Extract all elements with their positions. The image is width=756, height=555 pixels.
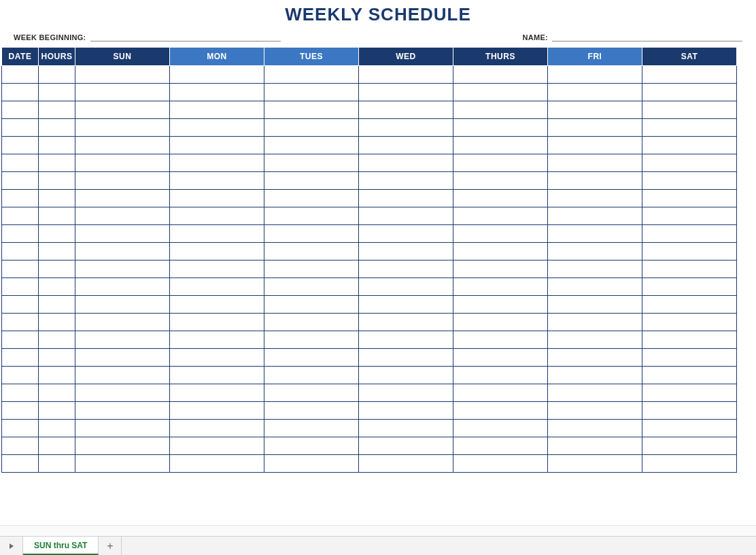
cell[interactable]	[264, 66, 359, 84]
cell[interactable]	[548, 314, 642, 331]
cell[interactable]	[264, 331, 359, 349]
cell[interactable]	[75, 420, 170, 437]
cell[interactable]	[39, 137, 75, 154]
cell[interactable]	[453, 278, 548, 296]
cell[interactable]	[548, 119, 642, 137]
cell[interactable]	[170, 154, 264, 172]
table-row[interactable]	[2, 314, 737, 331]
cell[interactable]	[264, 119, 359, 137]
cell[interactable]	[548, 101, 642, 119]
cell[interactable]	[453, 225, 548, 243]
table-row[interactable]	[2, 101, 737, 119]
cell[interactable]	[170, 455, 264, 473]
cell[interactable]	[75, 66, 170, 84]
cell[interactable]	[642, 455, 737, 473]
cell[interactable]	[75, 137, 170, 154]
cell[interactable]	[359, 243, 453, 260]
cell[interactable]	[548, 402, 642, 420]
cell[interactable]	[2, 119, 39, 137]
cell[interactable]	[548, 384, 642, 402]
table-row[interactable]	[2, 278, 737, 296]
cell[interactable]	[642, 402, 737, 420]
cell[interactable]	[453, 84, 548, 101]
cell[interactable]	[359, 314, 453, 331]
table-row[interactable]	[2, 119, 737, 137]
cell[interactable]	[264, 260, 359, 278]
cell[interactable]	[75, 367, 170, 384]
cell[interactable]	[39, 437, 75, 455]
cell[interactable]	[264, 84, 359, 101]
cell[interactable]	[642, 278, 737, 296]
cell[interactable]	[2, 84, 39, 101]
cell[interactable]	[548, 190, 642, 207]
cell[interactable]	[170, 278, 264, 296]
cell[interactable]	[39, 367, 75, 384]
cell[interactable]	[453, 260, 548, 278]
cell[interactable]	[75, 437, 170, 455]
cell[interactable]	[2, 154, 39, 172]
cell[interactable]	[39, 207, 75, 225]
cell[interactable]	[2, 207, 39, 225]
cell[interactable]	[264, 137, 359, 154]
cell[interactable]	[264, 225, 359, 243]
cell[interactable]	[642, 420, 737, 437]
cell[interactable]	[39, 101, 75, 119]
cell[interactable]	[39, 225, 75, 243]
cell[interactable]	[359, 367, 453, 384]
cell[interactable]	[359, 190, 453, 207]
add-sheet-button[interactable]: +	[99, 537, 122, 555]
cell[interactable]	[170, 420, 264, 437]
cell[interactable]	[2, 331, 39, 349]
cell[interactable]	[642, 207, 737, 225]
table-row[interactable]	[2, 367, 737, 384]
cell[interactable]	[75, 455, 170, 473]
cell[interactable]	[170, 384, 264, 402]
cell[interactable]	[264, 154, 359, 172]
table-row[interactable]	[2, 190, 737, 207]
cell[interactable]	[170, 243, 264, 260]
cell[interactable]	[359, 207, 453, 225]
cell[interactable]	[39, 154, 75, 172]
cell[interactable]	[359, 101, 453, 119]
cell[interactable]	[453, 455, 548, 473]
cell[interactable]	[2, 101, 39, 119]
cell[interactable]	[2, 367, 39, 384]
table-row[interactable]	[2, 172, 737, 190]
cell[interactable]	[548, 260, 642, 278]
cell[interactable]	[453, 367, 548, 384]
cell[interactable]	[359, 331, 453, 349]
cell[interactable]	[170, 367, 264, 384]
cell[interactable]	[39, 190, 75, 207]
cell[interactable]	[642, 367, 737, 384]
cell[interactable]	[453, 384, 548, 402]
cell[interactable]	[359, 455, 453, 473]
cell[interactable]	[39, 84, 75, 101]
cell[interactable]	[39, 384, 75, 402]
table-row[interactable]	[2, 296, 737, 314]
cell[interactable]	[642, 349, 737, 367]
cell[interactable]	[453, 349, 548, 367]
cell[interactable]	[642, 384, 737, 402]
cell[interactable]	[264, 243, 359, 260]
cell[interactable]	[170, 207, 264, 225]
cell[interactable]	[2, 314, 39, 331]
table-row[interactable]	[2, 66, 737, 84]
cell[interactable]	[453, 101, 548, 119]
table-row[interactable]	[2, 402, 737, 420]
cell[interactable]	[359, 66, 453, 84]
cell[interactable]	[453, 420, 548, 437]
cell[interactable]	[359, 349, 453, 367]
cell[interactable]	[39, 278, 75, 296]
cell[interactable]	[170, 402, 264, 420]
cell[interactable]	[2, 278, 39, 296]
table-row[interactable]	[2, 455, 737, 473]
cell[interactable]	[75, 402, 170, 420]
cell[interactable]	[39, 314, 75, 331]
name-input[interactable]	[552, 32, 742, 41]
table-row[interactable]	[2, 137, 737, 154]
cell[interactable]	[453, 437, 548, 455]
cell[interactable]	[264, 420, 359, 437]
cell[interactable]	[548, 84, 642, 101]
schedule-table-body[interactable]	[2, 66, 737, 473]
cell[interactable]	[642, 225, 737, 243]
